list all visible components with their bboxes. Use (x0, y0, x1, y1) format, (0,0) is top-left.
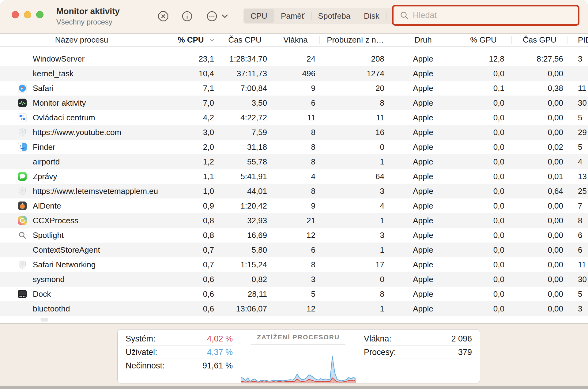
cell-threads: 11 (271, 110, 320, 125)
table-row[interactable]: bluetoothd0,613:06,07121Apple0,00,003 (0, 301, 588, 316)
cell-gpu: 0,0 (455, 110, 512, 125)
cell-gputime: 0,00 (512, 287, 567, 301)
cell-kind: Apple (391, 257, 455, 272)
close-button[interactable] (12, 11, 19, 18)
column-header-kind[interactable]: Druh (391, 34, 455, 46)
minimize-button[interactable] (24, 11, 31, 18)
sort-chevron-down-icon (209, 38, 215, 42)
cell-name: Ovládací centrum (0, 110, 163, 125)
table-row[interactable]: Safari7,17:00,84920Apple0,10,3811 (0, 81, 588, 96)
more-options-button[interactable] (206, 10, 218, 22)
finder-icon (18, 142, 27, 152)
table-row[interactable]: sysmond0,60,8230Apple0,00,0030 (0, 272, 588, 287)
octagon-x-icon (157, 10, 169, 22)
process-name: WindowServer (33, 51, 85, 66)
table-row[interactable]: WindowServer23,11:28:34,7024208Apple12,8… (0, 51, 588, 66)
zoom-button[interactable] (36, 11, 43, 18)
cell-threads: 6 (271, 96, 320, 110)
cell-time: 5,80 (218, 243, 271, 257)
tab-cpu[interactable]: CPU (244, 9, 274, 23)
cpu-load-chart (241, 345, 356, 383)
search-field[interactable]: Hledat (392, 5, 579, 26)
process-name: ContextStoreAgent (33, 243, 100, 257)
table-row[interactable]: CCXProcess0,832,93211Apple0,00,008 (0, 213, 588, 228)
table-top-spacer (0, 47, 588, 51)
cell-time: 37:11,73 (218, 66, 271, 81)
cell-name: WindowServer (0, 51, 163, 66)
cell-gputime: 0,00 (512, 125, 567, 140)
table-row[interactable]: https://www.youtube.com3,07,59816Apple0,… (0, 125, 588, 140)
column-header-name[interactable]: Název procesu (0, 34, 163, 46)
chevron-down-icon[interactable] (221, 14, 228, 19)
table-row[interactable]: Spotlight0,816,69123Apple0,00,006 (0, 228, 588, 243)
column-header-gpu[interactable]: % GPU (455, 34, 512, 46)
activity-monitor-window: Monitor aktivity Všechny procesy (0, 0, 588, 392)
stat-threads: Vlákna: 2 096 (364, 332, 472, 345)
stat-value: 379 (458, 345, 472, 359)
stat-label: Systém: (126, 332, 156, 345)
table-row[interactable]: Dock0,628,1158Apple0,00,005 (0, 287, 588, 301)
footer: Systém: 4,02 % Uživatel: 4,37 % Nečinnos… (0, 324, 588, 389)
stat-idle: Nečinnost: 91,61 % (126, 359, 233, 372)
stat-label: Nečinnost: (126, 359, 165, 372)
cell-name: airportd (0, 154, 163, 169)
cell-gpu: 0,0 (455, 301, 512, 316)
table-row[interactable]: https://www.letemsvetemapplem.eu1,044,01… (0, 184, 588, 198)
cell-kind: Apple (391, 81, 455, 96)
no-icon (18, 157, 27, 166)
cell-gputime: 0,00 (512, 66, 567, 81)
cell-wakes: 1 (320, 213, 391, 228)
inspect-process-button[interactable] (181, 10, 193, 22)
table-row[interactable]: airportd1,255,7881Apple0,00,004 (0, 154, 588, 169)
cell-threads: 6 (271, 243, 320, 257)
cell-gpu: 12,8 (455, 51, 512, 66)
cell-threads: 3 (271, 272, 320, 287)
cell-pid: 3 (567, 51, 588, 66)
cell-wakes: 4 (320, 198, 391, 213)
cell-pid: 13 (567, 169, 588, 184)
tab-spotřeba[interactable]: Spotřeba (311, 9, 357, 23)
cell-wakes: 8 (320, 96, 391, 110)
cell-time: 44,01 (218, 184, 271, 198)
cell-cpu: 0,6 (163, 301, 218, 316)
cell-gpu: 0,0 (455, 125, 512, 140)
column-header-wakes[interactable]: Probuzení z n… (320, 34, 391, 46)
column-header-time[interactable]: Čas CPU (218, 34, 271, 46)
stat-value: 4,02 % (207, 332, 233, 345)
web-icon (18, 260, 27, 269)
cell-wakes: 8 (320, 287, 391, 301)
tab-disk[interactable]: Disk (357, 9, 386, 23)
stop-process-button[interactable] (157, 10, 169, 22)
stat-label: Vlákna: (364, 332, 391, 345)
table-row[interactable]: kernel_task10,437:11,734961274Apple0,00,… (0, 66, 588, 81)
cell-wakes: 1274 (320, 66, 391, 81)
cell-pid: 7 (567, 198, 588, 213)
column-header-pid[interactable]: PID (567, 34, 588, 46)
table-row[interactable]: Finder2,031,1880Apple0,00,025 (0, 140, 588, 154)
cpu-load-chart-box: ZATÍŽENÍ PROCESORU (241, 329, 356, 383)
column-header-gputime[interactable]: Čas GPU (512, 34, 567, 46)
ccx-icon (18, 216, 27, 225)
table-row[interactable]: Monitor aktivity7,03,5068Apple0,00,0030 (0, 96, 588, 110)
table-row[interactable]: ContextStoreAgent0,75,8061Apple0,00,006 (0, 243, 588, 257)
cell-time: 1:20,42 (218, 198, 271, 213)
cell-pid: 6 (567, 243, 588, 257)
tab-paměť[interactable]: Paměť (274, 9, 311, 23)
column-header-threads[interactable]: Vlákna (271, 34, 320, 46)
cell-gputime: 0,64 (512, 184, 567, 198)
cell-cpu: 0,7 (163, 243, 218, 257)
cell-threads: 8 (271, 125, 320, 140)
table-row[interactable]: AlDente0,91:20,4294Apple0,00,007 (0, 198, 588, 213)
column-header-cpu[interactable]: % CPU (163, 34, 218, 46)
stat-value: 4,37 % (207, 345, 233, 359)
cell-pid: 5 (567, 110, 588, 125)
cell-gpu: 0,0 (455, 169, 512, 184)
table-row[interactable]: Safari Networking0,71:15,24817Apple0,00,… (0, 257, 588, 272)
cell-name: Spotlight (0, 228, 163, 243)
cell-name: Zprávy (0, 169, 163, 184)
cell-gputime: 0,00 (512, 257, 567, 272)
cell-gpu: 0,0 (455, 184, 512, 198)
table-row[interactable]: Zprávy1,15:41,91464Apple0,00,0113 (0, 169, 588, 184)
process-name: https://www.letemsvetemapplem.eu (33, 184, 158, 198)
table-row[interactable]: Ovládací centrum4,24:22,721111Apple0,00,… (0, 110, 588, 125)
